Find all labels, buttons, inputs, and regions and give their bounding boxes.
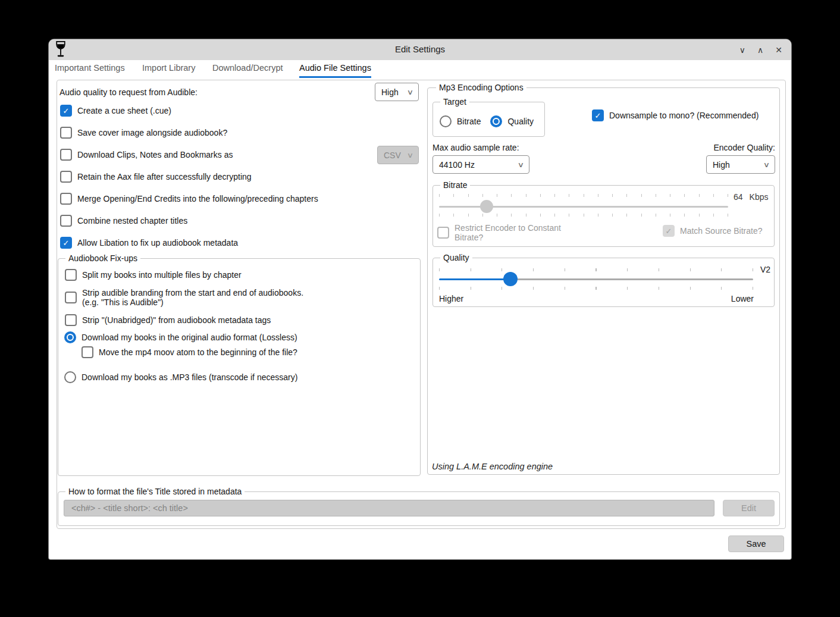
- title-format-legend: How to format the file's Title stored in…: [65, 487, 245, 496]
- checkbox-row-combine-nested[interactable]: Combine nested chapter titles: [60, 215, 187, 227]
- encoder-quality-label: Encoder Quality:: [656, 143, 775, 152]
- checkbox-row-save-cover-image[interactable]: Save cover image alongside audiobook?: [60, 127, 227, 139]
- edit-button: Edit: [723, 500, 775, 516]
- tab-download-decrypt[interactable]: Download/Decrypt: [212, 63, 283, 76]
- restrict-cbr-checkbox: [437, 227, 449, 239]
- target-group: Target Bitrate Quality: [432, 102, 545, 137]
- clips-format-value: CSV: [384, 151, 401, 160]
- target-bitrate-radio[interactable]: [440, 115, 452, 127]
- radio-row-target-bitrate[interactable]: Bitrate: [440, 115, 481, 127]
- checkbox-label: Download Clips, Notes and Bookmarks as: [77, 150, 233, 159]
- chevron-down-icon: ∨: [763, 161, 770, 169]
- tab-import-library[interactable]: Import Library: [142, 63, 195, 76]
- radio-label: Bitrate: [457, 117, 481, 126]
- target-quality-radio[interactable]: [490, 115, 502, 127]
- bitrate-ticks-top: [439, 194, 728, 197]
- checkbox-label: Allow Libation to fix up audiobook metad…: [77, 238, 238, 248]
- audio-quality-label: Audio quality to request from Audible:: [59, 87, 198, 97]
- quality-slider-handle[interactable]: [503, 272, 518, 286]
- quality-legend: Quality: [440, 253, 472, 262]
- checkbox-label: Combine nested chapter titles: [77, 216, 187, 225]
- bitrate-ticks-bottom: [439, 214, 728, 217]
- sample-rate-label: Max audio sample rate:: [432, 143, 519, 152]
- checkbox-row-match-source-bitrate: ✓ Match Source Bitrate?: [663, 225, 763, 237]
- bitrate-group: Bitrate 64 Kbps Restrict Encoder to Cons…: [432, 185, 775, 247]
- bitrate-value: 64: [734, 192, 743, 202]
- retain-aax-checkbox[interactable]: [60, 171, 72, 183]
- save-button[interactable]: Save: [728, 535, 784, 552]
- check-icon: ✓: [63, 107, 70, 115]
- checkbox-row-moov-atom[interactable]: Move the mp4 moov atom to the beginning …: [82, 346, 297, 358]
- radio-label: Download my books as .MP3 files (transco…: [82, 372, 297, 382]
- checkbox-row-retain-aax[interactable]: Retain the Aax file after successfully d…: [60, 171, 252, 183]
- checkbox-row-downsample-mono[interactable]: ✓ Downsample to mono? (Recommended): [592, 109, 758, 121]
- bitrate-slider-handle: [480, 200, 493, 213]
- bitrate-legend: Bitrate: [440, 180, 470, 190]
- checkbox-label: Match Source Bitrate?: [680, 226, 763, 236]
- quality-lower-label: Lower: [731, 294, 754, 303]
- radio-row-lossless[interactable]: Download my books in the original audio …: [64, 331, 297, 343]
- tab-audio-file-settings[interactable]: Audio File Settings: [299, 63, 371, 78]
- audio-quality-dropdown[interactable]: High ∨: [375, 83, 419, 101]
- combine-nested-checkbox[interactable]: [60, 215, 72, 227]
- merge-credits-checkbox[interactable]: [60, 193, 72, 205]
- chevron-down-icon: ∨: [407, 88, 413, 96]
- checkbox-label: Strip "(Unabridged)" from audiobook meta…: [82, 315, 271, 325]
- quality-value: V2: [760, 265, 770, 274]
- radio-label: Download my books in the original audio …: [82, 333, 297, 342]
- close-button[interactable]: ✕: [775, 45, 782, 55]
- split-books-checkbox[interactable]: [65, 269, 77, 281]
- checkbox-row-split-books[interactable]: Split my books into multiple files by ch…: [65, 269, 242, 281]
- encoder-quality-dropdown[interactable]: High ∨: [706, 155, 775, 174]
- strip-unabridged-checkbox[interactable]: [65, 314, 77, 326]
- quality-slider[interactable]: [439, 275, 753, 283]
- quality-higher-label: Higher: [439, 294, 463, 303]
- mp3-radio[interactable]: [64, 371, 76, 383]
- bitrate-slider: [439, 202, 728, 211]
- sample-rate-dropdown[interactable]: 44100 Hz ∨: [432, 155, 529, 174]
- check-icon: ✓: [63, 239, 70, 248]
- tab-important-settings[interactable]: Important Settings: [55, 63, 125, 76]
- downsample-mono-checkbox[interactable]: ✓: [592, 109, 604, 121]
- quality-slider-track[interactable]: [439, 278, 753, 280]
- target-legend: Target: [440, 97, 469, 107]
- checkbox-row-strip-branding[interactable]: Strip audible branding from the start an…: [65, 288, 303, 307]
- create-cue-sheet-checkbox[interactable]: ✓: [60, 105, 72, 117]
- checkbox-label-line1: Strip audible branding from the start an…: [82, 288, 303, 297]
- checkbox-row-strip-unabridged[interactable]: Strip "(Unabridged)" from audiobook meta…: [65, 314, 271, 326]
- tab-bar: Important Settings Import Library Downlo…: [49, 60, 791, 80]
- checkbox-label-line2: (e.g. "This is Audible"): [82, 297, 164, 307]
- strip-branding-checkbox[interactable]: [65, 292, 77, 303]
- check-icon: ✓: [666, 227, 672, 236]
- checkbox-row-download-clips[interactable]: Download Clips, Notes and Bookmarks as: [60, 149, 233, 161]
- bitrate-unit: Kbps: [750, 192, 769, 202]
- title-bar[interactable]: Edit Settings ∨ ∧ ✕: [49, 39, 791, 60]
- encoding-engine-note: Using L.A.M.E encoding engine: [432, 462, 553, 471]
- download-clips-checkbox[interactable]: [60, 149, 72, 161]
- mp3-encoding-options-legend: Mp3 Encoding Options: [436, 83, 526, 92]
- checkbox-row-allow-fixup[interactable]: ✓ Allow Libation to fix up audiobook met…: [60, 237, 238, 249]
- moov-atom-checkbox[interactable]: [82, 346, 93, 358]
- checkbox-label-line2: Bitrate?: [455, 233, 483, 242]
- check-icon: ✓: [595, 111, 601, 120]
- checkbox-row-create-cue-sheet[interactable]: ✓ Create a cue sheet (.cue): [60, 105, 171, 117]
- checkbox-row-merge-credits[interactable]: Merge Opening/End Credits into the follo…: [60, 193, 318, 205]
- checkbox-label: Save cover image alongside audiobook?: [77, 128, 227, 137]
- maximize-button[interactable]: ∧: [757, 45, 763, 55]
- checkbox-row-restrict-cbr: Restrict Encoder to Constant Bitrate?: [437, 223, 561, 243]
- minimize-button[interactable]: ∨: [739, 45, 745, 55]
- match-source-bitrate-checkbox: ✓: [663, 225, 675, 237]
- checkbox-label: Move the mp4 moov atom to the beginning …: [99, 347, 297, 357]
- radio-row-target-quality[interactable]: Quality: [490, 115, 534, 127]
- lossless-radio[interactable]: [64, 331, 76, 343]
- save-cover-image-checkbox[interactable]: [60, 127, 72, 139]
- radio-row-mp3[interactable]: Download my books as .MP3 files (transco…: [64, 371, 297, 383]
- encoder-quality-value: High: [713, 160, 730, 170]
- checkbox-label: Downsample to mono? (Recommended): [609, 111, 758, 120]
- audio-quality-value: High: [381, 87, 399, 97]
- chevron-down-icon: ∨: [407, 151, 413, 159]
- checkbox-label: Merge Opening/End Credits into the follo…: [77, 194, 318, 203]
- allow-fixup-checkbox[interactable]: ✓: [60, 237, 72, 249]
- checkbox-label: Split my books into multiple files by ch…: [82, 270, 242, 280]
- checkbox-label: Create a cue sheet (.cue): [77, 106, 171, 115]
